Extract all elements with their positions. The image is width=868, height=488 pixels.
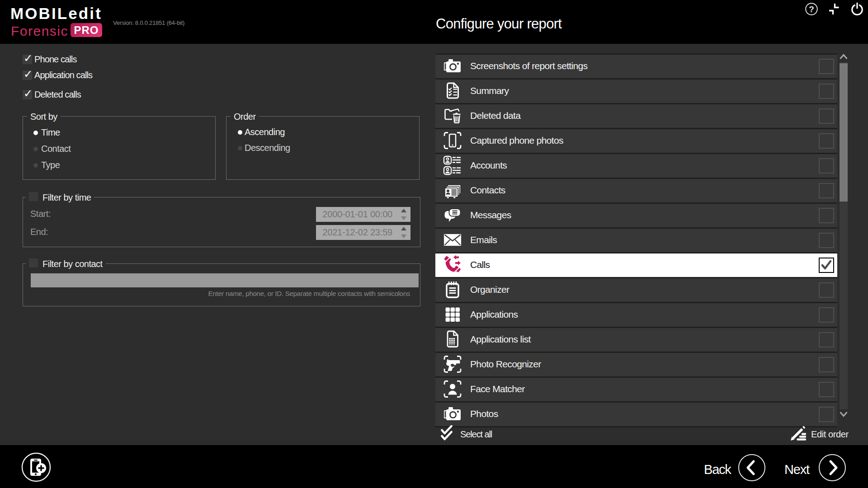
- svg-text:?: ?: [809, 5, 814, 14]
